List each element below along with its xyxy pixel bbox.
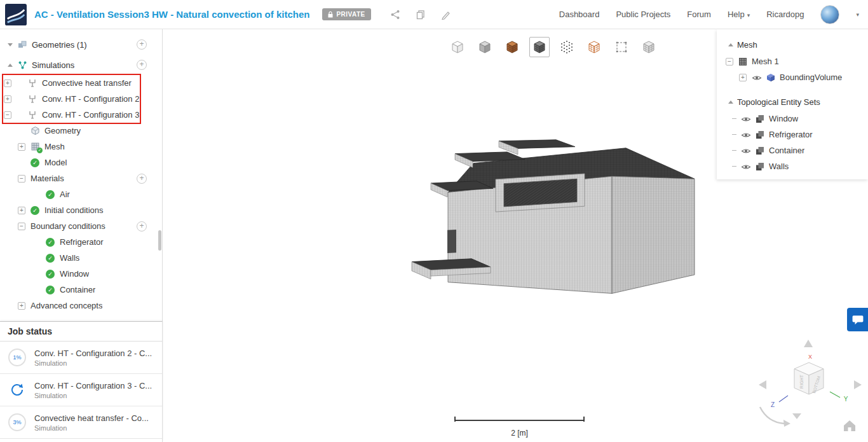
nav-public-projects[interactable]: Public Projects: [616, 10, 670, 19]
topo-set-walls[interactable]: Walls: [717, 158, 868, 174]
job-type: Simulation: [34, 424, 149, 432]
chevron-up-icon[interactable]: [8, 64, 13, 67]
sim-item-configuration-3[interactable]: Conv. HT - Configuration 3: [0, 107, 162, 123]
tree-item-window[interactable]: Window: [0, 266, 162, 282]
visibility-eye-icon[interactable]: [752, 74, 762, 81]
chevron-up-icon[interactable]: [728, 100, 733, 104]
roll-arrow[interactable]: [760, 407, 784, 424]
cube-face-right-label[interactable]: RIGHT: [799, 374, 804, 389]
rotate-up-arrow[interactable]: [804, 340, 813, 347]
roll-arrow-head[interactable]: [783, 420, 790, 427]
sidebar-section-geometries[interactable]: Geometries (1): [0, 34, 162, 55]
expand-toggle[interactable]: [4, 79, 11, 87]
tree-dash: [732, 150, 736, 151]
visibility-eye-icon[interactable]: [741, 115, 751, 122]
nav-forum[interactable]: Forum: [687, 10, 711, 19]
account-caret-icon[interactable]: ▾: [856, 11, 859, 18]
axis-x-label: X: [808, 354, 812, 360]
show-geometry-icon[interactable]: [447, 37, 468, 57]
show-mesh-wireframe-icon[interactable]: [584, 37, 604, 57]
visibility-eye-icon[interactable]: [741, 163, 751, 170]
tree-item-refrigerator[interactable]: Refrigerator: [0, 234, 162, 250]
expand-toggle[interactable]: [18, 175, 25, 183]
simscale-logo[interactable]: [5, 4, 27, 25]
sidebar-section-simulations[interactable]: Simulations: [0, 55, 162, 75]
chevron-up-icon[interactable]: [728, 43, 733, 46]
topological-entity-sets-header[interactable]: Topological Entity Sets: [717, 93, 868, 111]
expand-toggle[interactable]: [726, 58, 733, 66]
privacy-badge: PRIVATE: [322, 8, 370, 20]
navigation-cube[interactable]: RIGHT BOTTOM X Z Y: [755, 336, 865, 432]
job-name: Conv. HT - Configuration 2 - C...: [34, 349, 152, 358]
topo-set-container[interactable]: Container: [717, 142, 868, 158]
show-surface-mesh-icon[interactable]: [502, 37, 522, 57]
axis-z-label: Z: [771, 401, 775, 408]
expand-toggle[interactable]: [4, 95, 11, 103]
add-simulation-button[interactable]: [137, 60, 147, 70]
tree-dash: [732, 134, 736, 135]
job-row[interactable]: 3% Convective heat transfer - Co... Simu…: [0, 406, 162, 439]
expand-toggle[interactable]: [18, 223, 25, 230]
tree-item-air[interactable]: Air: [0, 186, 162, 202]
mesh-quality-icon[interactable]: [639, 37, 659, 57]
kitchen-mesh-model[interactable]: [381, 127, 731, 401]
support-chat-button[interactable]: [847, 308, 868, 331]
nav-dashboard[interactable]: Dashboard: [559, 10, 600, 19]
visibility-eye-icon[interactable]: [741, 131, 751, 138]
mesh-section-header[interactable]: Mesh: [717, 36, 868, 53]
tree-item-geometry[interactable]: Geometry: [0, 123, 162, 139]
add-material-button[interactable]: [137, 174, 147, 184]
mesh-1-item[interactable]: Mesh 1: [717, 53, 868, 69]
check-icon: [46, 270, 55, 279]
visibility-eye-icon[interactable]: [741, 147, 751, 154]
expand-toggle[interactable]: [18, 143, 25, 151]
sim-item-configuration-2[interactable]: Conv. HT - Configuration 2: [0, 91, 162, 107]
tree-item-model[interactable]: Model: [0, 155, 162, 170]
add-boundary-condition-button[interactable]: [137, 221, 147, 231]
job-row[interactable]: 1% Conv. HT - Configuration 2 - C... Sim…: [0, 342, 162, 374]
edit-pencil-icon[interactable]: [441, 10, 451, 20]
show-solid-icon[interactable]: [475, 37, 495, 57]
tree-dash: [732, 118, 736, 119]
section-label: Geometries (1): [32, 40, 87, 50]
expand-toggle[interactable]: [18, 207, 25, 214]
tree-item-container[interactable]: Container: [0, 282, 162, 298]
topo-set-refrigerator[interactable]: Refrigerator: [717, 127, 868, 142]
home-view-icon[interactable]: [844, 420, 855, 431]
tree-item-initial-conditions[interactable]: Initial conditions: [0, 202, 162, 218]
rotate-down-arrow[interactable]: [792, 413, 801, 419]
show-mesh-points-icon[interactable]: [557, 37, 577, 57]
tree-item-walls[interactable]: Walls: [0, 250, 162, 266]
topo-set-window[interactable]: Window: [717, 111, 868, 127]
tree-item-advanced-concepts[interactable]: Advanced concepts: [0, 298, 162, 314]
job-row[interactable]: Conv. HT - Configuration 3 - C... Simula…: [0, 374, 162, 406]
sim-item-convective-heat-transfer[interactable]: Convective heat transfer: [0, 75, 162, 91]
show-volume-mesh-icon[interactable]: [529, 37, 550, 57]
topological-set-icon: [756, 114, 764, 123]
check-icon: [31, 158, 39, 167]
axis-y-label: Y: [844, 396, 848, 403]
check-icon: [31, 206, 39, 215]
tree-item-mesh[interactable]: Mesh: [0, 139, 162, 155]
tree-item-materials[interactable]: Materials: [0, 170, 162, 186]
sidebar-scrollbar[interactable]: [158, 230, 161, 251]
bounding-volume-item[interactable]: BoundingVolume: [717, 69, 868, 85]
lock-icon: [328, 11, 333, 18]
chevron-down-icon[interactable]: [8, 43, 13, 46]
expand-toggle[interactable]: [4, 111, 11, 119]
view-cube[interactable]: RIGHT BOTTOM: [794, 363, 824, 394]
add-geometry-button[interactable]: [137, 39, 147, 50]
share-icon[interactable]: [390, 10, 400, 20]
project-title: AC - Ventilation Session3 HW - Natural c…: [34, 9, 309, 20]
rotate-right-arrow[interactable]: [854, 380, 862, 389]
expand-toggle[interactable]: [18, 302, 25, 310]
box-selection-icon[interactable]: [611, 37, 632, 57]
username-label[interactable]: Ricardopg: [766, 10, 804, 19]
expand-toggle[interactable]: [739, 74, 747, 81]
copy-icon[interactable]: [416, 10, 426, 20]
rotate-left-arrow[interactable]: [759, 380, 766, 389]
check-icon: [46, 254, 55, 263]
avatar[interactable]: [820, 5, 839, 24]
tree-item-boundary-conditions[interactable]: Boundary conditions: [0, 218, 162, 234]
nav-help[interactable]: Help: [728, 10, 750, 19]
